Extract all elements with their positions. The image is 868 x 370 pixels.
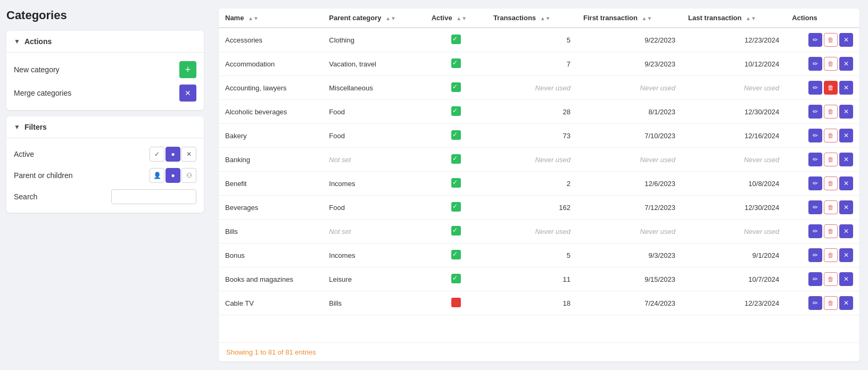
- cell-parent: Food: [323, 124, 425, 148]
- cell-transactions: 5: [487, 243, 577, 267]
- cell-first-transaction: Never used: [577, 76, 682, 100]
- active-check-icon: [451, 130, 461, 140]
- remove-button[interactable]: ✕: [839, 105, 853, 119]
- remove-button[interactable]: ✕: [839, 81, 853, 95]
- filters-section-label: Filters: [24, 123, 47, 131]
- cell-actions: ✏ 🗑 ✕: [786, 28, 859, 52]
- filters-section: ▼ Filters Active ✓ ● ✕ Parent or childre…: [6, 116, 204, 213]
- col-transactions[interactable]: Transactions ▲▼: [487, 9, 577, 28]
- active-check-icon: [451, 154, 461, 164]
- merge-categories-label: Merge categories: [14, 89, 71, 97]
- filters-section-header[interactable]: ▼ Filters: [6, 116, 204, 138]
- cell-transactions: Never used: [487, 220, 577, 243]
- cell-name: Accommodation: [219, 52, 323, 76]
- row-action-btns: ✏ 🗑 ✕: [792, 224, 853, 238]
- col-name[interactable]: Name ▲▼: [219, 9, 323, 28]
- delete-button[interactable]: 🗑: [824, 272, 838, 286]
- cell-name: Bills: [219, 220, 323, 243]
- actions-section-header[interactable]: ▼ Actions: [6, 31, 204, 53]
- delete-button[interactable]: 🗑: [824, 296, 838, 310]
- cell-actions: ✏ 🗑 ✕: [786, 291, 859, 315]
- edit-button[interactable]: ✏: [808, 57, 822, 71]
- col-active[interactable]: Active ▲▼: [425, 9, 487, 28]
- remove-button[interactable]: ✕: [839, 200, 853, 214]
- active-check-icon: [451, 58, 461, 68]
- cell-active: [425, 220, 487, 243]
- cell-actions: ✏ 🗑 ✕: [786, 243, 859, 267]
- new-category-button[interactable]: +: [179, 61, 196, 78]
- delete-button[interactable]: 🗑: [824, 153, 838, 166]
- parent-filter-label: Parent or children: [14, 171, 150, 180]
- remove-button[interactable]: ✕: [839, 272, 853, 286]
- edit-button[interactable]: ✏: [808, 33, 822, 47]
- cell-name: Banking: [219, 148, 323, 172]
- delete-button[interactable]: 🗑: [824, 224, 838, 238]
- name-sort-icon: ▲▼: [248, 15, 259, 21]
- row-action-btns: ✏ 🗑 ✕: [792, 296, 853, 310]
- delete-button[interactable]: 🗑: [824, 33, 838, 47]
- edit-button[interactable]: ✏: [808, 224, 822, 238]
- table-scroll[interactable]: Name ▲▼ Parent category ▲▼ Active ▲▼ Tra…: [219, 9, 859, 342]
- edit-button[interactable]: ✏: [808, 176, 822, 190]
- active-check-icon: [451, 202, 461, 212]
- edit-button[interactable]: ✏: [808, 105, 822, 119]
- row-action-btns: ✏ 🗑 ✕: [792, 176, 853, 190]
- table-row: Accessories Clothing 5 9/22/2023 12/23/2…: [219, 28, 859, 52]
- row-action-btns: ✏ 🗑 ✕: [792, 81, 853, 95]
- active-filter-check-btn[interactable]: ✓: [150, 147, 164, 162]
- cell-first-transaction: Never used: [577, 220, 682, 243]
- remove-button[interactable]: ✕: [839, 57, 853, 71]
- cell-first-transaction: 7/12/2023: [577, 196, 682, 220]
- active-check-icon: [451, 274, 461, 283]
- remove-button[interactable]: ✕: [839, 129, 853, 142]
- active-check-icon: [451, 35, 461, 44]
- delete-button[interactable]: 🗑: [824, 57, 838, 71]
- active-check-icon: [451, 250, 461, 259]
- cell-first-transaction: 9/22/2023: [577, 28, 682, 52]
- delete-button[interactable]: 🗑: [824, 105, 838, 119]
- edit-button[interactable]: ✏: [808, 200, 822, 214]
- delete-button[interactable]: 🗑: [824, 248, 838, 262]
- cell-first-transaction: 9/15/2023: [577, 267, 682, 291]
- active-filter-dot-btn[interactable]: ●: [166, 147, 180, 162]
- col-parent[interactable]: Parent category ▲▼: [323, 9, 425, 28]
- row-action-btns: ✏ 🗑 ✕: [792, 272, 853, 286]
- edit-button[interactable]: ✏: [808, 248, 822, 262]
- delete-button[interactable]: 🗑: [824, 200, 838, 214]
- remove-button[interactable]: ✕: [839, 176, 853, 190]
- cell-active: [425, 52, 487, 76]
- col-last-transaction[interactable]: Last transaction ▲▼: [682, 9, 786, 28]
- table-row: Alcoholic beverages Food 28 8/1/2023 12/…: [219, 100, 859, 124]
- cell-last-transaction: Never used: [682, 76, 786, 100]
- edit-button[interactable]: ✏: [808, 272, 822, 286]
- cell-transactions: 11: [487, 267, 577, 291]
- edit-button[interactable]: ✏: [808, 296, 822, 310]
- remove-button[interactable]: ✕: [839, 296, 853, 310]
- remove-button[interactable]: ✕: [839, 248, 853, 262]
- parent-filter-dot-btn[interactable]: ●: [166, 168, 180, 183]
- cell-transactions: 5: [487, 28, 577, 52]
- search-input[interactable]: [111, 189, 196, 204]
- remove-button[interactable]: ✕: [839, 153, 853, 166]
- cell-name: Alcoholic beverages: [219, 100, 323, 124]
- col-first-transaction[interactable]: First transaction ▲▼: [577, 9, 682, 28]
- active-filter-x-btn[interactable]: ✕: [181, 147, 196, 162]
- remove-button[interactable]: ✕: [839, 33, 853, 47]
- cell-last-transaction: 12/30/2024: [682, 196, 786, 220]
- search-filter-label: Search: [14, 192, 111, 201]
- edit-button[interactable]: ✏: [808, 81, 822, 95]
- cell-active: [425, 76, 487, 100]
- active-sort-icon: ▲▼: [456, 15, 467, 21]
- parent-filter-person-btn[interactable]: 👤: [150, 168, 164, 183]
- cell-name: Cable TV: [219, 291, 323, 315]
- parent-filter-group-btn[interactable]: ⚇: [181, 168, 196, 183]
- delete-button[interactable]: 🗑: [824, 81, 838, 95]
- merge-categories-button[interactable]: ✕: [179, 85, 196, 102]
- edit-button[interactable]: ✏: [808, 129, 822, 142]
- edit-button[interactable]: ✏: [808, 153, 822, 166]
- delete-button[interactable]: 🗑: [824, 176, 838, 190]
- cell-actions: ✏ 🗑 ✕: [786, 124, 859, 148]
- cell-actions: ✏ 🗑 ✕: [786, 196, 859, 220]
- remove-button[interactable]: ✕: [839, 224, 853, 238]
- delete-button[interactable]: 🗑: [824, 129, 838, 142]
